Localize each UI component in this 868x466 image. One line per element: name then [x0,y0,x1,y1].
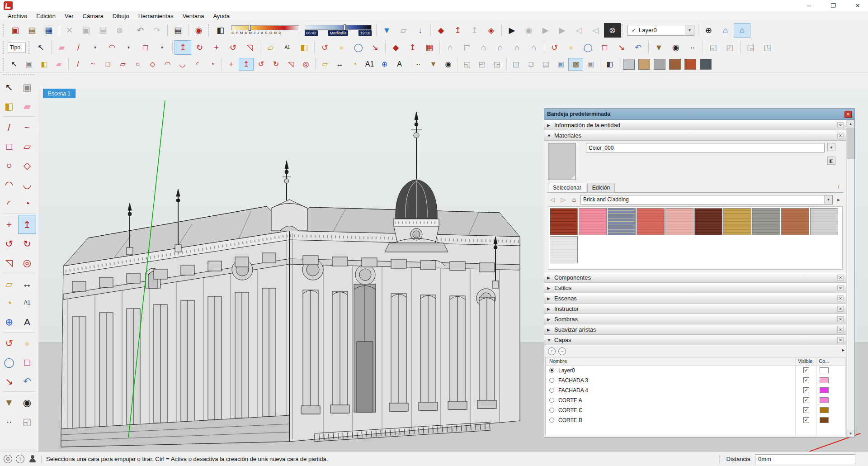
two-point-arc-tool[interactable]: ◡ [175,58,190,71]
section-close-icon[interactable]: ✕ [837,327,844,333]
arc-tool-3[interactable]: ◠ [160,58,175,71]
look-around-tool-3[interactable]: ◉ [441,58,456,71]
layer-color-chip[interactable] [820,377,829,383]
tray-close-button[interactable]: ✕ [844,111,852,118]
eraser-tool[interactable]: ▰ [18,96,36,115]
select-tool-3[interactable]: ↖ [7,58,22,71]
eraser-tool-3[interactable]: ▰ [52,58,66,71]
layer-color-chip[interactable] [820,417,829,423]
text-tool[interactable]: A1 [18,293,36,312]
text-tool[interactable]: A1 [279,40,296,55]
position-camera-tool[interactable]: ▼ [0,393,18,412]
display-section-cuts-button-3[interactable]: ◲ [490,58,505,71]
3d-text-tool[interactable]: A [18,312,36,331]
select-tool[interactable]: ↖ [33,40,49,55]
create-material-icon[interactable]: ◧ [827,157,835,165]
chevron-down-icon[interactable]: ▾ [824,195,832,204]
shadow-date-slider[interactable] [231,25,299,30]
scale-tool[interactable]: ◹ [241,40,258,55]
section-plane-tool[interactable]: ◱ [18,412,36,431]
walk-tool-3[interactable]: ∙∙ [411,58,426,71]
get-models-button[interactable]: ◆ [433,23,449,38]
arc-tool[interactable]: ◠ [0,175,18,194]
layer-row[interactable]: CORTE C✓ [546,405,845,415]
chevron-down-icon[interactable]: ▾ [685,25,694,35]
axes-toggle-button[interactable]: ⊕ [700,23,717,38]
shadows-toggle-button[interactable]: ◧ [212,23,229,38]
tape-measure-tool[interactable]: ▱ [262,40,279,55]
texture-swatch-button-2[interactable] [638,59,650,70]
geolocation-icon[interactable]: ⊕ [4,455,12,463]
pan-tool-2[interactable]: ● [563,40,580,55]
rotate-tool-3[interactable]: ↺ [254,58,269,71]
wireframe-style-button[interactable]: □ [524,58,538,71]
top-view-button[interactable]: □ [458,40,475,55]
three-point-arc-tool[interactable]: ◜ [0,194,18,213]
print-button[interactable]: ▤ [170,23,186,38]
tape-measure-tool[interactable]: ▱ [0,274,18,293]
dimensions-tool[interactable]: ↔ [332,58,347,71]
measurement-input[interactable]: 0mm [755,454,855,464]
zoom-extents-tool[interactable]: ↘ [0,371,18,390]
pie-tool[interactable]: ◔ [18,194,36,213]
menu-herramientas[interactable]: Herramientas [134,12,178,20]
line-tool[interactable]: / [70,40,87,55]
position-camera-tool[interactable]: ▼ [651,40,667,55]
polygon-tool[interactable]: ◇ [18,156,36,175]
make-component-button[interactable]: ▣ [22,58,37,71]
follow-me-tool[interactable]: ↻ [191,40,208,55]
resize-handle-icon[interactable] [571,175,575,179]
tray-title-bar[interactable]: Bandeja predeterminada ✕ [544,109,854,120]
share-component-button[interactable]: ↥ [466,23,483,38]
scroll-down-icon[interactable]: ▼ [847,430,854,437]
layer-row[interactable]: FACHADA 4✓ [546,385,845,395]
circle-tool[interactable]: ○ [0,156,18,175]
look-around-tool[interactable]: ◉ [667,40,684,55]
time-slider-handle[interactable] [344,24,346,30]
menu-camara[interactable]: Cámara [79,12,108,20]
maximize-button[interactable]: ❐ [823,0,844,11]
share-model-button-2[interactable]: ↥ [404,40,421,55]
texture-swatch-button-1[interactable] [623,59,635,70]
menu-dibujo[interactable]: Dibujo [108,12,133,20]
push-pull-tool[interactable]: ↥ [175,40,191,55]
texture-swatch-button-5[interactable] [684,59,696,70]
orbit-tool-2[interactable]: ↺ [546,40,563,55]
move-tool-3[interactable]: + [224,58,239,71]
layers-dropdown[interactable]: ✓ Layer0 ▾ [627,25,694,36]
previous-view-tool[interactable]: ↶ [18,371,36,390]
layer-visible-checkbox[interactable]: ✓ [803,417,809,423]
zoom-extents-tool-2[interactable]: ↘ [613,40,630,55]
rectangle-tool-3[interactable]: □ [100,58,115,71]
layer-color-chip[interactable] [820,387,829,393]
sign-in-icon[interactable] [28,455,37,463]
layer-row[interactable]: Layer0✓ [546,366,845,376]
layer-visible-checkbox[interactable]: ✓ [803,367,809,373]
tab-edicion[interactable]: Edición [587,183,615,192]
open-button[interactable]: ▤ [24,23,40,38]
section-close-icon[interactable]: ✕ [837,122,844,128]
zoom-tool[interactable]: ◯ [350,40,367,55]
section-plane-tool[interactable]: ◱ [705,40,722,55]
two-point-arc-tool[interactable]: ◡ [18,175,36,194]
pie-tool[interactable]: ◔ [205,58,220,71]
shadow-time-slider[interactable] [305,25,372,30]
texture-swatch-button-4[interactable] [669,59,681,70]
create-camera-button[interactable]: ▶ [504,23,520,38]
toolbar-grip[interactable] [208,24,210,37]
axes-tool[interactable]: ⊕ [377,58,392,71]
details-arrow-icon[interactable]: ▸ [842,347,844,353]
3d-text-tool[interactable]: A [392,58,407,71]
section-suavizar-aristas[interactable]: ▶ Suavizar aristas ✕ [544,324,846,335]
scale-tool-3[interactable]: ◹ [283,58,298,71]
credits-info-icon[interactable]: i [16,455,24,463]
back-arrow-icon[interactable]: ◁ [548,196,557,203]
photo-textures-button[interactable]: ↓ [412,23,429,38]
add-layer-button[interactable]: + [548,347,556,355]
material-swatch-cladding-orange[interactable] [781,208,809,235]
section-close-icon[interactable]: ✕ [837,337,844,343]
section-instructor[interactable]: ▶ Instructor ✕ [544,304,846,314]
rotated-rectangle-tool[interactable]: ▱ [115,58,130,71]
toggle-terrain-button[interactable]: ▱ [395,23,412,38]
remove-layer-button[interactable]: − [558,347,566,355]
